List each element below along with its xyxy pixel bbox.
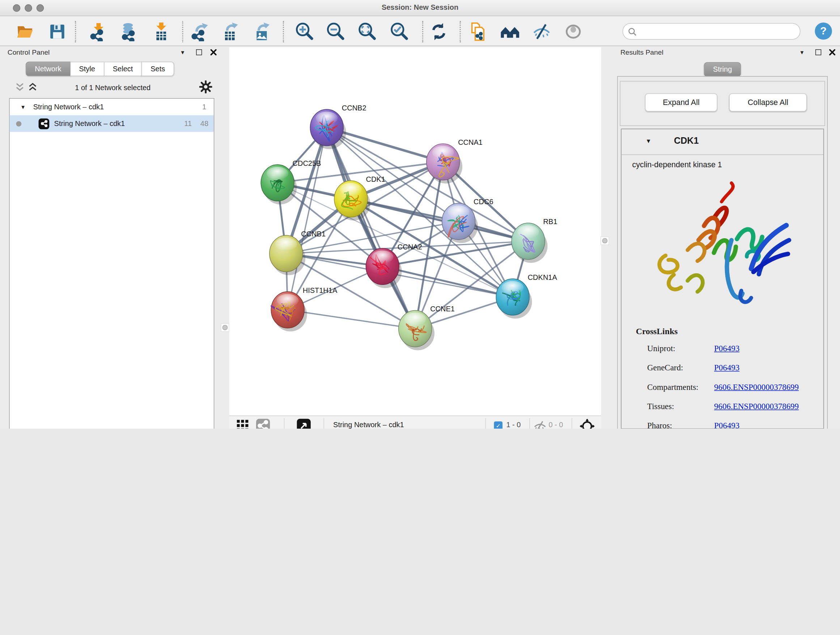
results-panel-title: Results Panel xyxy=(621,48,663,56)
zoom-fit-icon[interactable] xyxy=(357,21,377,42)
search-input[interactable] xyxy=(639,25,794,38)
export-image-icon[interactable] xyxy=(252,21,272,42)
import-network-database-icon[interactable] xyxy=(119,21,139,42)
right-splitter-handle[interactable] xyxy=(600,236,609,245)
gene-description: cyclin-dependent kinase 1 xyxy=(622,155,823,169)
fit-selected-crosshair-icon[interactable] xyxy=(579,419,594,429)
tree-expand-icon[interactable]: ▼ xyxy=(20,104,26,110)
crosslink-label: Compartments: xyxy=(647,382,699,392)
network-options-gear-icon[interactable] xyxy=(199,80,212,95)
node-label-RB1: RB1 xyxy=(543,218,557,226)
node-label-CCNA1: CCNA1 xyxy=(458,138,483,146)
search-box xyxy=(622,23,801,40)
gene-section-header[interactable]: ▼ CDK1 xyxy=(622,129,823,155)
network-view-toolbar: String Network – cdk1 ✓ 1 - 0 0 - 0 xyxy=(229,416,601,429)
open-file-icon[interactable] xyxy=(15,21,35,42)
export-network-icon[interactable] xyxy=(189,21,210,42)
crosslink-value-link[interactable]: P06493 xyxy=(714,363,739,373)
network-collection-row[interactable]: ▼ String Network – cdk1 1 xyxy=(10,98,214,115)
first-neighbors-icon[interactable] xyxy=(468,21,488,42)
network-tree: ▼ String Network – cdk1 1 String Network… xyxy=(9,98,214,429)
left-splitter-handle[interactable] xyxy=(221,323,229,332)
grid-view-icon[interactable] xyxy=(237,420,249,429)
node-CCNB2[interactable] xyxy=(310,109,346,149)
zoom-out-icon[interactable] xyxy=(325,21,346,42)
hide-selected-eye-icon[interactable] xyxy=(532,21,553,42)
results-panel: Results Panel ▼ String Expand All Collap… xyxy=(616,47,840,429)
refresh-icon[interactable] xyxy=(429,21,449,42)
houses-icon[interactable] xyxy=(500,21,520,42)
crosslink-value-link[interactable]: P06493 xyxy=(714,344,739,353)
network-view-type-icon[interactable] xyxy=(256,419,270,429)
help-button[interactable]: ? xyxy=(815,22,832,40)
selected-count-badge: 1 - 0 xyxy=(506,421,521,429)
node-label-CCNE1: CCNE1 xyxy=(430,305,455,313)
hidden-count-badge: 0 - 0 xyxy=(548,421,563,429)
collapse-panel-icon[interactable]: ▼ xyxy=(180,49,186,55)
show-all-eye-icon[interactable] xyxy=(564,21,584,42)
crosslinks-rows: Uniprot:P06493GeneCard:P06493Compartment… xyxy=(622,339,824,429)
gene-collapse-icon[interactable]: ▼ xyxy=(645,138,651,144)
gene-symbol: CDK1 xyxy=(674,136,699,147)
network-row-selected[interactable]: String Network – cdk1 11 48 xyxy=(10,115,214,132)
close-panel-icon[interactable] xyxy=(210,49,217,57)
collapse-all-button[interactable]: Collapse All xyxy=(729,93,807,111)
export-table-icon[interactable] xyxy=(220,21,240,42)
float-results-icon[interactable] xyxy=(815,49,821,55)
network-selection-status: 1 of 1 Network selected xyxy=(4,84,221,92)
tab-network[interactable]: Network xyxy=(26,62,71,76)
node-label-CDC6: CDC6 xyxy=(474,198,493,206)
control-panel: Control Panel ▼ Network Style Select Set… xyxy=(4,47,221,429)
string-network-graph[interactable]: CCNB2CCNA1CDC25BCDK1CDC6RB1CCNB1CCNA2CDK… xyxy=(229,47,601,415)
current-network-dot-icon xyxy=(16,121,21,126)
node-label-CDKN1A: CDKN1A xyxy=(528,273,557,281)
collection-label: String Network – cdk1 xyxy=(33,103,104,111)
crosslink-row: GeneCard:P06493 xyxy=(622,359,824,378)
tab-sets[interactable]: Sets xyxy=(141,62,174,76)
expand-all-button[interactable]: Expand All xyxy=(645,93,717,111)
import-network-file-icon[interactable] xyxy=(88,21,109,42)
node-label-CCNB2: CCNB2 xyxy=(342,104,366,112)
main-toolbar: ? xyxy=(0,17,840,46)
node-CCNA1[interactable] xyxy=(426,144,462,184)
crosslink-value-link[interactable]: 9606.ENSP00000378699 xyxy=(714,382,799,392)
cytoscape-window: Session: New Session xyxy=(0,0,840,429)
crosslink-row: Tissues:9606.ENSP00000378699 xyxy=(622,397,824,416)
node-label-HIST1H1A: HIST1H1A xyxy=(303,287,338,295)
search-icon xyxy=(628,27,637,36)
crosslink-value-link[interactable]: 9606.ENSP00000378699 xyxy=(714,402,799,411)
crosslink-row: Compartments:9606.ENSP00000378699 xyxy=(622,378,824,397)
node-CDK1[interactable] xyxy=(334,181,370,220)
node-label-CDK1: CDK1 xyxy=(366,175,385,183)
zoom-in-icon[interactable] xyxy=(294,21,314,42)
crosslink-label: Pharos: xyxy=(647,421,672,429)
tab-style[interactable]: Style xyxy=(70,62,104,76)
network-canvas[interactable]: CCNB2CCNA1CDC25BCDK1CDC6RB1CCNB1CCNA2CDK… xyxy=(229,47,601,415)
close-results-icon[interactable] xyxy=(829,49,836,57)
crosslink-row: Pharos:P06493 xyxy=(622,417,824,429)
tab-string[interactable]: String xyxy=(704,62,741,77)
node-HIST1H1A[interactable] xyxy=(271,292,307,332)
save-session-icon[interactable] xyxy=(47,21,67,42)
protein-structure-image xyxy=(648,173,798,312)
float-panel-icon[interactable] xyxy=(196,49,202,55)
node-label-CCNA2: CCNA2 xyxy=(398,243,422,251)
node-CDKN1A[interactable] xyxy=(496,279,532,318)
node-CCNA2[interactable] xyxy=(366,249,401,288)
string-results-box: Expand All Collapse All ▼ CDK1 cyclin-de… xyxy=(617,76,828,429)
node-label-CCNB1: CCNB1 xyxy=(301,230,325,238)
tab-select[interactable]: Select xyxy=(104,62,142,76)
collapse-results-icon[interactable]: ▼ xyxy=(799,49,805,55)
crosslink-label: GeneCard: xyxy=(647,363,683,373)
zoom-selected-icon[interactable] xyxy=(389,21,409,42)
results-buttons-box: Expand All Collapse All xyxy=(620,81,825,126)
selected-checkbox-icon[interactable]: ✓ xyxy=(494,421,502,429)
crosslink-value-link[interactable]: P06493 xyxy=(714,421,739,429)
import-table-icon[interactable] xyxy=(151,21,172,42)
gene-section: ▼ CDK1 cyclin-dependent kinase 1 xyxy=(621,128,824,429)
node-RB1[interactable] xyxy=(512,223,547,263)
birds-eye-view-icon[interactable] xyxy=(297,419,311,429)
node-CCNE1[interactable] xyxy=(399,310,434,350)
network-view-title: String Network – cdk1 xyxy=(333,421,404,429)
node-CDC25B[interactable] xyxy=(261,165,297,204)
